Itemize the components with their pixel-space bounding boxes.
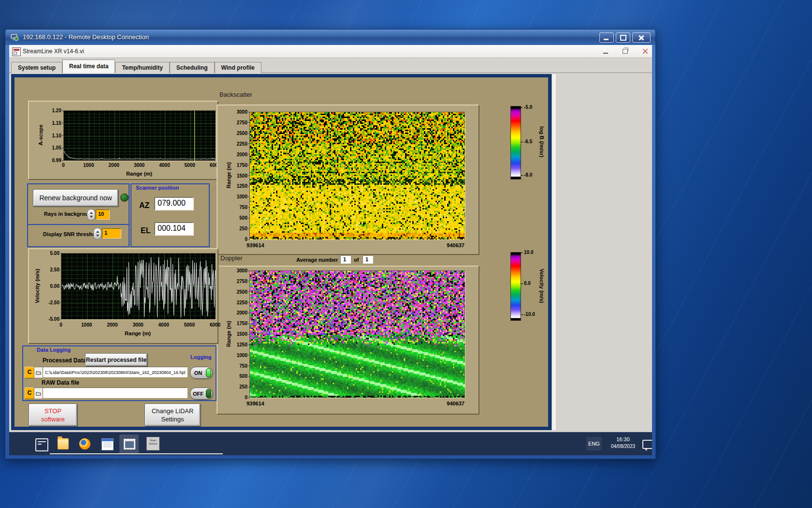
data-logging-title: Data Logging <box>37 347 71 353</box>
stop-software-label: STOPsoftware <box>41 407 65 423</box>
tick-label: 1750 <box>237 321 247 326</box>
toggle-led-icon <box>206 368 211 377</box>
toggle-on-label: ON <box>190 370 206 376</box>
backscatter-x-start: 939614 <box>246 242 264 248</box>
rdp-close-button[interactable] <box>632 32 651 43</box>
velocity-axis-label: Velocity (m/s) <box>34 257 41 315</box>
ascope-plot-canvas <box>63 110 216 161</box>
renew-background-label: Renew background now <box>39 194 112 202</box>
tick-label: 1000 <box>237 352 247 358</box>
tick-label: 0.99 <box>52 158 61 163</box>
tick-label: 5000 <box>185 163 195 168</box>
tick-label: -2.50 <box>48 300 59 305</box>
velocity-x-axis-label: Range (m) <box>99 330 176 336</box>
tab-scheduling[interactable]: Scheduling <box>170 62 215 73</box>
processed-data-file-path[interactable]: C:\Lidar\Data\Proc\2023\202308\20230804\… <box>43 367 188 377</box>
rdp-maximize-button[interactable] <box>616 32 630 43</box>
tick-label: 2750 <box>237 120 247 125</box>
tick-label: 1500 <box>237 173 247 178</box>
rdp-minimize-button[interactable] <box>599 32 614 43</box>
tick-label: 1250 <box>237 342 247 347</box>
average-number-field[interactable]: 1 <box>340 255 351 264</box>
tick-label: 2000 <box>237 151 247 157</box>
active-app-window-icon <box>124 439 135 449</box>
folder-browse-icon <box>36 371 41 375</box>
raw-browse-button[interactable] <box>34 388 43 399</box>
taskbar-clock[interactable]: 16:30 04/08/2023 <box>605 436 641 452</box>
rays-value-field[interactable]: 10 <box>96 209 110 220</box>
logging-label: Logging <box>190 354 211 360</box>
rdp-icon <box>10 33 19 42</box>
app-window-controls <box>603 47 648 56</box>
scrollbar-strip[interactable] <box>551 74 556 430</box>
average-total-field[interactable]: 1 <box>362 255 373 264</box>
remote-session: StreamLine XR v14-6.vi System setupReal … <box>9 45 652 455</box>
tick-label: 1750 <box>237 162 247 167</box>
backscatter-x-end: 940637 <box>447 242 464 248</box>
tab-temp-humidity[interactable]: Temp/humidity <box>115 62 169 73</box>
language-indicator[interactable]: ENG <box>586 437 602 450</box>
el-label: EL <box>141 226 150 235</box>
velocity-y-axis: 5.002.500.00-2.50-5.00 <box>42 253 59 319</box>
app-minimize-button[interactable] <box>603 53 608 54</box>
doppler-x-axis: 939614 940637 <box>246 401 464 406</box>
raw-drive-selector[interactable]: C <box>25 388 34 399</box>
renew-background-button[interactable]: Renew background now <box>33 189 118 207</box>
restart-processed-file-button[interactable]: Restart processed file <box>85 353 147 366</box>
clock-date: 04/08/2023 <box>605 443 641 449</box>
backscatter-colorbar-title: log B (/m/sr) <box>538 113 545 171</box>
taskbar-underline <box>50 453 223 454</box>
snr-spinner[interactable] <box>93 228 102 239</box>
backscatter-heatmap-canvas <box>249 112 465 240</box>
snr-threshold-label: Display SNR threshold <box>43 231 101 237</box>
tick-label: 1250 <box>237 183 247 189</box>
firefox-icon[interactable] <box>79 438 90 449</box>
rays-spinner[interactable] <box>87 209 95 221</box>
doppler-colorbar <box>510 252 521 321</box>
raw-logging-toggle[interactable]: OFF <box>190 388 213 400</box>
desktop: 192.168.0.122 - Remote Desktop Connectio… <box>0 0 812 508</box>
velocity-plot-canvas <box>61 253 216 320</box>
clock-time: 16:30 <box>605 436 641 443</box>
toggle-led-icon <box>206 389 211 398</box>
active-app-taskbar-button[interactable] <box>119 434 139 453</box>
tick-label: 250 <box>239 226 247 231</box>
tick-label: 5000 <box>184 322 195 328</box>
doppler-x-end: 940637 <box>447 401 464 406</box>
tick-label: 1.20 <box>52 108 61 113</box>
change-lidar-settings-button[interactable]: Change LiDARSettings <box>145 403 201 426</box>
taskbar: Scan Sched ENG 16:30 04/08/2023 <box>9 432 652 455</box>
chat-bubble-icon[interactable] <box>642 440 652 449</box>
tick-label: 2000 <box>237 310 247 315</box>
tab-wind-profile[interactable]: Wind profile <box>215 62 261 73</box>
file-explorer-icon[interactable] <box>58 438 69 449</box>
az-label: AZ <box>139 201 149 210</box>
tick-label: 2750 <box>237 278 247 284</box>
rdp-window-title: 192.168.0.122 - Remote Desktop Connectio… <box>23 33 149 41</box>
app-icon <box>12 47 21 56</box>
snr-value-field[interactable]: 1 <box>102 228 121 239</box>
tab-real-time-data[interactable]: Real time data <box>62 60 115 73</box>
processed-logging-toggle[interactable]: ON <box>190 367 213 379</box>
app-restore-button[interactable] <box>623 49 628 54</box>
tick-label: 2.50 <box>50 267 59 272</box>
notes-app-icon[interactable] <box>102 438 114 450</box>
stop-software-button[interactable]: STOPsoftware <box>29 403 77 426</box>
doppler-title: Doppler <box>220 254 243 262</box>
tick-label: 2250 <box>237 299 247 305</box>
tick-label: 2500 <box>237 130 247 135</box>
processed-drive-selector[interactable]: C <box>25 367 34 378</box>
tab-system-setup[interactable]: System setup <box>11 62 62 73</box>
raw-data-file-path[interactable] <box>43 388 188 398</box>
doppler-y-axis: 3000275025002250200017501500125010007505… <box>229 270 247 397</box>
tick-label: 1000 <box>83 163 94 168</box>
app-close-button[interactable] <box>642 48 648 54</box>
task-view-icon[interactable] <box>35 438 48 451</box>
scan-scheduler-icon[interactable]: Scan Sched <box>146 437 160 450</box>
backscatter-colorbar <box>510 106 521 179</box>
tick-label: 0 <box>245 395 247 400</box>
tick-label: 750 <box>239 205 247 210</box>
tick-label: 2000 <box>107 322 117 328</box>
change-lidar-settings-label: Change LiDARSettings <box>152 407 194 423</box>
processed-browse-button[interactable] <box>34 367 43 378</box>
